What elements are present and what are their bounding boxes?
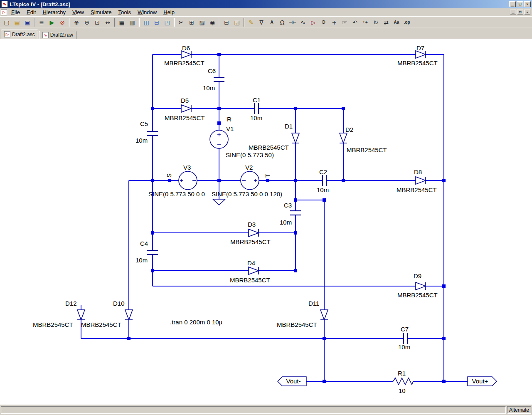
component-C7[interactable] xyxy=(404,333,407,344)
label-D10-ref[interactable]: D10 xyxy=(113,300,125,307)
component-D8[interactable] xyxy=(416,177,426,184)
component-V2[interactable] xyxy=(241,171,259,190)
component-D4[interactable] xyxy=(249,267,259,274)
drag-button[interactable]: ☞ xyxy=(340,17,350,27)
label-D4-ref[interactable]: D4 xyxy=(247,259,255,267)
schematic-canvas[interactable]: Vout- Vout+ R S T D6 MBRB2545CT D7 MBRB2… xyxy=(0,39,532,404)
inductor-button[interactable]: ∿ xyxy=(298,17,308,27)
component-V3[interactable] xyxy=(179,171,197,190)
label-C3-value[interactable]: 10m xyxy=(280,219,292,226)
component-C6[interactable] xyxy=(214,77,224,82)
component-V1[interactable] xyxy=(210,130,228,148)
label-D6-ref[interactable]: D6 xyxy=(182,44,190,52)
zoom-area-button[interactable]: ⊕ xyxy=(71,17,81,27)
schematic-area[interactable]: Vout- Vout+ R S T D6 MBRB2545CT D7 MBRB2… xyxy=(0,39,532,404)
label-D1-value[interactable]: MBRB2545CT xyxy=(249,144,289,151)
label-D12-value[interactable]: MBRB2545CT xyxy=(33,321,73,328)
menu-help[interactable]: Help xyxy=(160,8,178,16)
mdi-close-button[interactable]: × xyxy=(524,10,530,15)
restore-button[interactable]: ⊡ xyxy=(517,1,523,7)
menu-edit[interactable]: Edit xyxy=(23,8,39,16)
control-panel-button[interactable]: ≡ xyxy=(37,17,47,27)
spice-directive-text[interactable]: .tran 0 200m 0 10µ xyxy=(170,319,223,326)
component-D12[interactable] xyxy=(77,310,85,320)
text-button[interactable]: Aa xyxy=(392,17,401,27)
print-button[interactable]: ⊟ xyxy=(222,17,232,27)
label-D3-value[interactable]: MBRB2545CT xyxy=(230,238,271,245)
label-D8-ref[interactable]: D8 xyxy=(414,168,422,175)
label-C5-value[interactable]: 10m xyxy=(135,137,148,144)
label-C7-ref[interactable]: C7 xyxy=(401,326,409,333)
new-schematic-button[interactable]: ▢ xyxy=(2,17,12,27)
label-C1-value[interactable]: 10m xyxy=(250,114,262,121)
tab-draft2-asc[interactable]: ▷ Draft2.asc xyxy=(1,30,38,39)
label-D11-ref[interactable]: D11 xyxy=(308,300,319,307)
label-C1-ref[interactable]: C1 xyxy=(253,96,261,104)
label-D7-value[interactable]: MBRB2545CT xyxy=(397,59,438,67)
component-C1[interactable] xyxy=(254,103,259,114)
label-D5-ref[interactable]: D5 xyxy=(181,97,189,104)
net-label-S[interactable]: S xyxy=(165,173,172,178)
cascade-button[interactable]: ◰ xyxy=(162,17,172,27)
label-D3-ref[interactable]: D3 xyxy=(248,221,256,228)
label-D2-ref[interactable]: D2 xyxy=(345,126,353,133)
move-button[interactable]: + xyxy=(329,17,339,27)
tile-horizontal-button[interactable]: ⊟ xyxy=(152,17,162,27)
label-C4-value[interactable]: 10m xyxy=(135,257,148,264)
mirror-button[interactable]: ⇄ xyxy=(381,17,391,27)
print-preview-button[interactable]: ◱ xyxy=(232,17,242,27)
diode-button[interactable]: ▷ xyxy=(308,17,318,27)
label-V2-value[interactable]: SINE(0 5.773 50 0 0 120) xyxy=(212,190,282,198)
label-D2-value[interactable]: MBRB2545CT xyxy=(347,146,387,153)
net-label-T[interactable]: T xyxy=(264,174,271,178)
label-V1-value[interactable]: SINE(0 5.773 50) xyxy=(226,151,274,158)
label-D5-value[interactable]: MBRB2545CT xyxy=(165,114,205,121)
cut-button[interactable]: ✂ xyxy=(176,17,186,27)
component-D5[interactable] xyxy=(181,105,191,112)
redo-button[interactable]: ↷ xyxy=(360,17,370,27)
component-C2[interactable] xyxy=(323,175,326,186)
capacitor-button[interactable]: ⊣⊢ xyxy=(288,17,298,27)
label-D10-value[interactable]: MBRB2545CT xyxy=(81,321,121,328)
rotate-button[interactable]: ↻ xyxy=(371,17,381,27)
minimize-button[interactable]: ▁ xyxy=(509,1,516,7)
component-C4[interactable] xyxy=(147,250,158,254)
copy-button[interactable]: ⊞ xyxy=(187,17,197,27)
component-D2[interactable] xyxy=(340,133,347,143)
component-C5[interactable] xyxy=(147,131,158,136)
component-D11[interactable] xyxy=(320,310,328,320)
zoom-back-button[interactable]: ⊖ xyxy=(82,17,92,27)
label-R1-ref[interactable]: R1 xyxy=(398,370,406,377)
menu-tools[interactable]: Tools xyxy=(115,8,134,16)
menu-file[interactable]: File xyxy=(8,8,23,16)
label-D4-value[interactable]: MBRB2545CT xyxy=(230,277,270,284)
net-label-button[interactable]: A xyxy=(267,17,277,27)
tile-vertical-button[interactable]: ◫ xyxy=(141,17,151,27)
component-button[interactable]: D xyxy=(319,17,329,27)
wires[interactable] xyxy=(81,54,468,381)
label-C4-ref[interactable]: C4 xyxy=(140,240,148,247)
mdi-minimize-button[interactable]: ▁ xyxy=(510,10,516,15)
spice-directive-button[interactable]: .op xyxy=(402,17,412,27)
component-D3[interactable] xyxy=(249,229,259,237)
tab-draft2-raw[interactable]: ∿ Draft2.raw xyxy=(39,31,76,39)
menu-window[interactable]: Window xyxy=(134,8,160,16)
port-label-vout-plus[interactable]: Vout+ xyxy=(472,378,488,385)
halt-button[interactable]: ⊘ xyxy=(57,17,67,27)
label-C7-value[interactable]: 10m xyxy=(398,343,410,351)
component-D1[interactable] xyxy=(292,133,299,143)
open-button[interactable]: ▤ xyxy=(12,17,22,27)
component-R1[interactable] xyxy=(393,378,413,385)
undo-button[interactable]: ↶ xyxy=(350,17,360,27)
mdi-restore-button[interactable]: ⊡ xyxy=(517,10,523,15)
label-R1-value[interactable]: 10 xyxy=(399,387,406,394)
port-label-vout-minus[interactable]: Vout- xyxy=(286,378,300,385)
menu-simulate[interactable]: Simulate xyxy=(87,8,115,16)
label-C6-ref[interactable]: C6 xyxy=(208,67,216,74)
waveform-panes-button[interactable]: ▥ xyxy=(127,17,137,27)
save-button[interactable]: ▣ xyxy=(22,17,32,27)
pan-button[interactable]: ↔ xyxy=(103,17,113,27)
find-button[interactable]: ◉ xyxy=(207,17,217,27)
label-V3-value[interactable]: SINE(0 5.773 50 0 0 xyxy=(148,190,205,198)
label-D7-ref[interactable]: D7 xyxy=(416,44,424,52)
